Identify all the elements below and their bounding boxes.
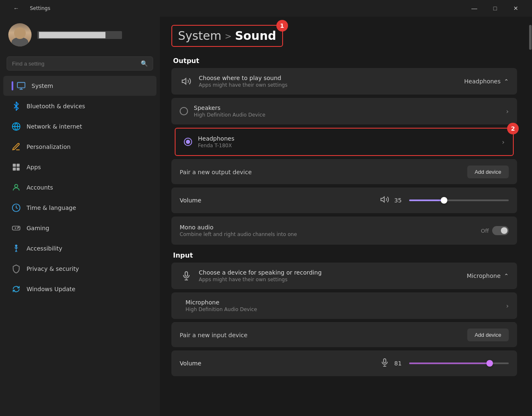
- user-profile: ████████████████: [0, 17, 160, 56]
- add-output-device-button[interactable]: Add device: [467, 165, 509, 178]
- sidebar-item-apps[interactable]: Apps: [3, 157, 156, 177]
- system-active-indicator: [12, 81, 13, 90]
- close-button[interactable]: ✕: [506, 2, 525, 15]
- mono-title: Mono audio: [180, 224, 481, 231]
- volume-fill: [409, 199, 444, 201]
- add-input-device-button[interactable]: Add device: [467, 328, 509, 341]
- speakers-title: Speakers: [194, 105, 506, 111]
- choose-input-subtitle: Apps might have their own settings: [199, 277, 467, 282]
- choose-output-value: Headphones ⌃: [464, 78, 509, 85]
- mono-toggle[interactable]: [492, 226, 509, 235]
- volume-card: Volume 35: [171, 187, 517, 213]
- sidebar-label-accounts: Accounts: [27, 184, 53, 191]
- microphone-row[interactable]: Microphone High Definition Audio Device …: [171, 292, 517, 319]
- sidebar-item-system[interactable]: System: [3, 76, 156, 96]
- volume-row: Volume 35: [180, 195, 509, 206]
- headphones-radio[interactable]: [184, 138, 192, 146]
- sidebar-label-time: Time & language: [27, 204, 76, 211]
- sidebar-label-accessibility: Accessibility: [27, 245, 62, 252]
- choose-input-row[interactable]: Choose a device for speaking or recordin…: [171, 263, 517, 289]
- minimize-button[interactable]: —: [465, 2, 484, 15]
- search-input[interactable]: [12, 61, 137, 67]
- speakers-radio[interactable]: [180, 107, 188, 115]
- volume-slider[interactable]: [409, 199, 509, 201]
- svg-marker-15: [381, 197, 384, 202]
- username: ████████████████: [37, 31, 122, 39]
- speakers-subtitle: High Definition Audio Device: [194, 112, 506, 118]
- choose-input-value: Microphone ⌃: [467, 272, 509, 279]
- input-volume-thumb: [486, 360, 493, 367]
- output-device-name: Headphones: [464, 78, 501, 85]
- headphones-title: Headphones: [198, 135, 502, 142]
- breadcrumb: System > Sound 1: [171, 25, 283, 47]
- accessibility-icon: [12, 244, 21, 253]
- sidebar-item-personalization[interactable]: Personalization: [3, 137, 156, 157]
- pair-input-row: Pair a new input device Add device: [171, 322, 517, 347]
- titlebar-title: Settings: [30, 5, 50, 11]
- microphone-icon: [180, 269, 193, 282]
- personalization-icon: [12, 142, 21, 151]
- breadcrumb-current: Sound: [235, 29, 276, 43]
- microphone-title: Microphone: [185, 299, 506, 306]
- apps-icon: [12, 163, 21, 172]
- expand-input-icon: ⌃: [504, 272, 509, 279]
- headphones-text: Headphones Fenda T-180X: [198, 135, 502, 148]
- svg-point-12: [18, 227, 19, 228]
- mono-audio-card: Mono audio Combine left and right audio …: [171, 217, 517, 245]
- sidebar-label-update: Windows Update: [27, 286, 76, 292]
- scrollbar-track[interactable]: [529, 17, 532, 416]
- choose-input-title: Choose a device for speaking or recordin…: [199, 269, 467, 276]
- sidebar-item-privacy[interactable]: Privacy & security: [3, 259, 156, 279]
- input-volume-slider[interactable]: [409, 362, 509, 364]
- search-box[interactable]: 🔍: [7, 56, 153, 71]
- pair-input-label: Pair a new input device: [180, 332, 247, 338]
- output-choose-card: Choose where to play sound Apps might ha…: [171, 68, 517, 95]
- sidebar-item-bluetooth[interactable]: Bluetooth & devices: [3, 96, 156, 116]
- pair-output-label: Pair a new output device: [180, 169, 252, 175]
- microphone-subtitle: High Definition Audio Device: [185, 307, 506, 312]
- sidebar-label-personalization: Personalization: [27, 144, 71, 150]
- gaming-icon: [12, 224, 21, 233]
- sidebar-label-bluetooth: Bluetooth & devices: [27, 103, 85, 109]
- volume-icon: [380, 195, 389, 206]
- system-icon: [17, 81, 26, 90]
- volume-label: Volume: [180, 197, 375, 204]
- svg-rect-2: [13, 164, 16, 167]
- pair-output-row: Pair a new output device Add device: [171, 159, 517, 184]
- microphone-text: Microphone High Definition Audio Device: [180, 299, 506, 312]
- sidebar-item-time[interactable]: Time & language: [3, 198, 156, 218]
- sidebar-item-network[interactable]: Network & internet: [3, 117, 156, 136]
- input-volume-row: Volume 81: [180, 358, 509, 369]
- choose-output-row[interactable]: Choose where to play sound Apps might ha…: [171, 68, 517, 95]
- svg-rect-4: [13, 168, 16, 170]
- sidebar-label-network: Network & internet: [27, 123, 82, 130]
- mono-state-label: Off: [481, 228, 489, 234]
- bluetooth-icon: [12, 102, 21, 111]
- choose-output-title: Choose where to play sound: [199, 75, 464, 81]
- headphones-subtitle: Fenda T-180X: [198, 143, 502, 148]
- svg-rect-0: [17, 83, 25, 88]
- speakers-row[interactable]: Speakers High Definition Audio Device ›: [171, 98, 517, 124]
- sidebar-item-gaming[interactable]: Gaming: [3, 218, 156, 238]
- accounts-icon: [12, 183, 21, 192]
- speakers-chevron-icon: ›: [506, 107, 509, 115]
- back-button[interactable]: ←: [7, 2, 26, 15]
- scrollbar-thumb[interactable]: [529, 25, 532, 50]
- headphones-selected-row: 2 Headphones Fenda T-180X ›: [175, 128, 514, 156]
- sidebar-item-accounts[interactable]: Accounts: [3, 178, 156, 197]
- update-icon: [12, 285, 21, 294]
- choose-output-text: Choose where to play sound Apps might ha…: [199, 75, 464, 88]
- network-icon: [12, 122, 21, 131]
- sidebar-item-update[interactable]: Windows Update: [3, 279, 156, 299]
- input-mic-icon: [380, 358, 389, 369]
- main-content: System > Sound 1 Output Choose where to …: [160, 17, 529, 416]
- headphones-row[interactable]: Headphones Fenda T-180X ›: [176, 129, 513, 155]
- sidebar-item-accessibility[interactable]: Accessibility: [3, 238, 156, 258]
- pair-output-card: Pair a new output device Add device: [171, 159, 517, 184]
- pair-input-card: Pair a new input device Add device: [171, 322, 517, 347]
- svg-point-6: [15, 185, 17, 187]
- maximize-button[interactable]: □: [486, 2, 505, 15]
- input-device-name: Microphone: [467, 272, 501, 279]
- output-section-title: Output: [171, 57, 517, 65]
- input-choose-card: Choose a device for speaking or recordin…: [171, 263, 517, 289]
